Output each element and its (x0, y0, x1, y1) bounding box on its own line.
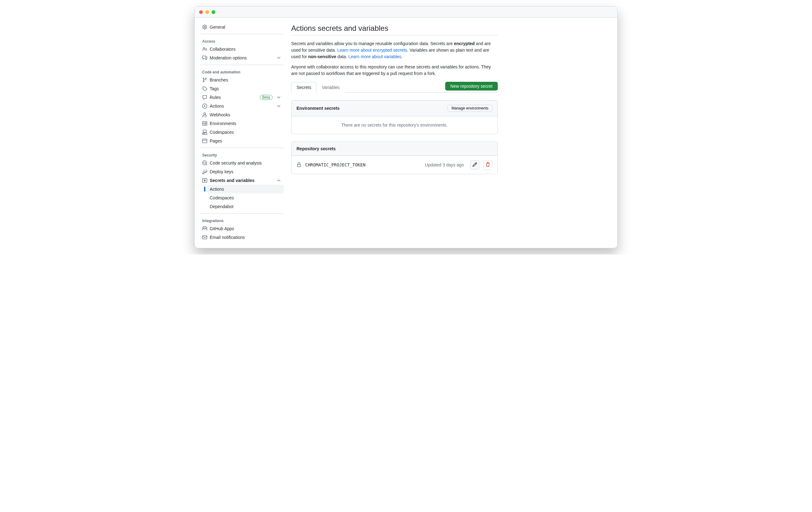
divider (200, 148, 284, 148)
chevron-down-icon (276, 55, 281, 60)
titlebar (195, 6, 617, 18)
minimize-window-button[interactable] (205, 10, 209, 14)
codescan-icon (202, 160, 207, 165)
traffic-lights (199, 10, 215, 14)
sidebar-heading-code: Code and automation (200, 67, 284, 76)
learn-more-variables-link[interactable]: Learn more about variables (348, 54, 401, 59)
chevron-down-icon (276, 103, 281, 109)
sidebar-item-label: Pages (210, 139, 281, 143)
sidebar-item-general[interactable]: General (200, 23, 284, 31)
sidebar-item-branches[interactable]: Branches (200, 76, 284, 84)
sidebar-item-rules[interactable]: Rules Beta (200, 93, 284, 102)
app-window: General Access Collaborators Moderation … (195, 6, 617, 248)
sidebar-item-moderation[interactable]: Moderation options (200, 54, 284, 62)
chevron-up-icon (276, 178, 281, 183)
sidebar-item-environments[interactable]: Environments (200, 119, 284, 128)
key-asterisk-icon (202, 178, 207, 183)
sidebar-item-label: Environments (210, 121, 281, 126)
secret-row: CHROMATIC_PROJECT_TOKEN Updated 3 days a… (291, 156, 497, 174)
sidebar-item-codespaces[interactable]: Codespaces (200, 128, 284, 137)
new-repository-secret-button[interactable]: New repository secret (445, 82, 498, 91)
divider (200, 34, 284, 34)
description-paragraph-2: Anyone with collaborator access to this … (291, 64, 498, 77)
desc-text: data. (336, 54, 348, 59)
sidebar-item-webhooks[interactable]: Webhooks (200, 111, 284, 119)
sidebar-item-actions[interactable]: Actions (200, 102, 284, 111)
secret-updated-text: Updated 3 days ago (425, 162, 464, 167)
sidebar-heading-security: Security (200, 151, 284, 159)
server-icon (202, 121, 207, 126)
lock-icon (296, 162, 301, 167)
sidebar-item-label: Deploy keys (210, 169, 281, 174)
close-window-button[interactable] (199, 10, 203, 14)
people-icon (202, 47, 207, 52)
main-content: Actions secrets and variables Secrets an… (285, 18, 509, 248)
divider (200, 65, 284, 65)
sidebar-item-label: Tags (210, 86, 281, 91)
sidebar-heading-integrations: Integrations (200, 216, 284, 224)
sidebar-item-tags[interactable]: Tags (200, 84, 284, 93)
play-icon (202, 103, 207, 109)
sidebar-item-deploy-keys[interactable]: Deploy keys (200, 167, 284, 176)
sidebar-subitem-codespaces[interactable]: Codespaces (207, 193, 284, 202)
sidebar-item-github-apps[interactable]: GitHub Apps (200, 224, 284, 233)
desc-bold: non-sensitive (308, 54, 336, 59)
sidebar-item-label: Rules (210, 95, 257, 100)
sidebar-subitem-actions[interactable]: Actions (207, 185, 284, 193)
sidebar-subitem-dependabot[interactable]: Dependabot (207, 202, 284, 211)
hubot-icon (202, 226, 207, 231)
beta-badge: Beta (260, 95, 272, 100)
desc-bold: encrypted (454, 41, 475, 46)
sidebar-item-label: Webhooks (210, 112, 281, 117)
codespaces-icon (202, 130, 207, 135)
divider (200, 213, 284, 214)
description-paragraph-1: Secrets and variables allow you to manag… (291, 40, 498, 60)
sidebar-item-label: Actions (210, 103, 274, 109)
sidebar-item-label: Moderation options (210, 55, 274, 60)
panel-title: Repository secrets (296, 146, 492, 151)
panel-header: Repository secrets (291, 142, 497, 156)
panel-header: Environment secrets Manage environments (291, 100, 497, 116)
sidebar-item-label: Actions (210, 187, 281, 191)
tab-variables[interactable]: Variables (316, 82, 345, 93)
key-icon (202, 169, 207, 174)
git-branch-icon (202, 78, 207, 83)
trash-icon (485, 162, 490, 168)
settings-sidebar: General Access Collaborators Moderation … (195, 18, 285, 248)
pencil-icon (472, 162, 477, 168)
content: General Access Collaborators Moderation … (195, 18, 617, 248)
environment-secrets-panel: Environment secrets Manage environments … (291, 100, 498, 134)
tab-secrets[interactable]: Secrets (291, 82, 316, 93)
sidebar-item-email[interactable]: Email notifications (200, 233, 284, 242)
sidebar-item-label: GitHub Apps (210, 226, 281, 231)
webhook-icon (202, 112, 207, 117)
sidebar-item-label: Collaborators (210, 47, 281, 52)
sidebar-item-secrets[interactable]: Secrets and variables (200, 176, 284, 185)
sidebar-item-label: General (210, 25, 281, 30)
sidebar-item-label: Branches (210, 78, 281, 83)
mail-icon (202, 235, 207, 240)
sidebar-item-label: Email notifications (210, 235, 281, 240)
comment-discussion-icon (202, 55, 207, 60)
sidebar-item-pages[interactable]: Pages (200, 137, 284, 145)
maximize-window-button[interactable] (211, 10, 215, 14)
tabs: Secrets Variables (291, 82, 445, 92)
sidebar-submenu-secrets: Actions Codespaces Dependabot (200, 185, 284, 211)
panel-title: Environment secrets (296, 106, 447, 111)
sidebar-item-collaborators[interactable]: Collaborators (200, 45, 284, 54)
sidebar-item-label: Code security and analysis (210, 160, 281, 165)
tab-row: Secrets Variables New repository secret (291, 82, 498, 93)
sidebar-item-label: Secrets and variables (210, 178, 274, 183)
sidebar-item-code-security[interactable]: Code security and analysis (200, 159, 284, 167)
edit-secret-button[interactable] (470, 160, 480, 170)
sidebar-heading-access: Access (200, 37, 284, 45)
delete-secret-button[interactable] (483, 160, 492, 170)
sidebar-item-label: Dependabot (210, 204, 281, 209)
manage-environments-button[interactable]: Manage environments (447, 105, 492, 112)
tag-icon (202, 86, 207, 91)
empty-state-text: There are no secrets for this repository… (291, 116, 497, 134)
learn-more-secrets-link[interactable]: Learn more about encrypted secrets (337, 48, 407, 53)
sidebar-item-label: Codespaces (210, 130, 281, 135)
sidebar-item-label: Codespaces (210, 195, 281, 200)
secret-name: CHROMATIC_PROJECT_TOKEN (305, 162, 421, 167)
